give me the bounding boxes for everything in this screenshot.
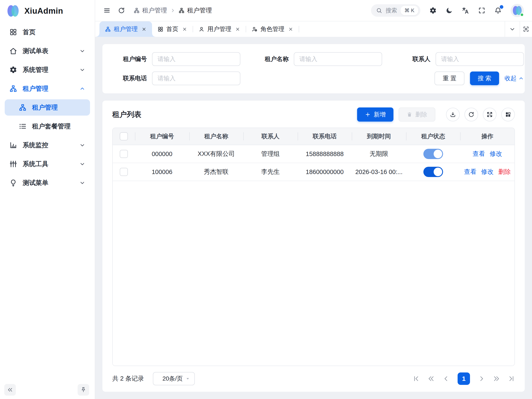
sidebar-item-test-menu[interactable]: 测试菜单 <box>5 175 90 191</box>
close-icon[interactable] <box>182 27 187 32</box>
sidebar-subitem-tenant-package[interactable]: 租户套餐管理 <box>5 118 90 134</box>
person-gear-icon <box>252 26 257 32</box>
notifications-button[interactable] <box>494 7 502 14</box>
sidebar-collapse-button[interactable] <box>4 384 16 396</box>
breadcrumb: 租户管理 租户管理 <box>134 6 212 15</box>
delete-link[interactable]: 删除 <box>498 168 511 176</box>
view-link[interactable]: 查看 <box>464 168 476 176</box>
sidebar-item-system-admin[interactable]: 系统管理 <box>5 62 90 78</box>
main-area: 租户管理 租户管理 搜索 ⌘ K <box>95 0 532 399</box>
jump-back-button[interactable] <box>428 375 435 382</box>
phone-input[interactable] <box>152 72 240 85</box>
sidebar-item-system-monitor[interactable]: 系统监控 <box>5 137 90 153</box>
breadcrumb-item-current[interactable]: 租户管理 <box>178 6 212 15</box>
content-fullscreen-button[interactable] <box>519 21 532 37</box>
fullscreen-brackets-icon <box>478 7 485 14</box>
sidebar-item-tenant-admin[interactable]: 租户管理 <box>5 80 90 97</box>
avatar[interactable] <box>511 4 524 17</box>
expand-arrows-icon <box>487 111 493 118</box>
global-search-button[interactable]: 搜索 ⌘ K <box>371 4 420 17</box>
double-chevron-right-icon <box>493 375 500 382</box>
fullscreen-button[interactable] <box>478 7 485 14</box>
reset-button[interactable]: 重 置 <box>435 72 464 85</box>
jump-forward-button[interactable] <box>493 375 500 382</box>
breadcrumb-item[interactable]: 租户管理 <box>134 6 167 15</box>
prev-page-button[interactable] <box>443 375 450 382</box>
edit-link[interactable]: 修改 <box>481 168 494 176</box>
collapse-filter-link[interactable]: 收起 <box>505 74 524 82</box>
settings-button[interactable] <box>429 7 437 14</box>
tab-role-admin[interactable]: 角色管理 <box>246 21 299 37</box>
app-window: XiuAdmin 首页 测试单表 系统管理 租户管理 <box>0 0 532 399</box>
delete-button[interactable]: 删除 <box>399 107 435 122</box>
field-label: 租户编号 <box>112 55 147 63</box>
status-toggle[interactable] <box>423 149 443 159</box>
field-label: 联系人 <box>396 55 431 63</box>
sidebar-item-home[interactable]: 首页 <box>5 24 90 40</box>
column-settings-button[interactable] <box>501 108 515 121</box>
close-icon[interactable] <box>235 27 240 32</box>
breadcrumb-label: 租户管理 <box>142 6 167 15</box>
search-button[interactable]: 搜 索 <box>470 72 499 85</box>
row-checkbox[interactable] <box>120 150 128 158</box>
field-label: 租户名称 <box>254 55 289 63</box>
add-button[interactable]: 新增 <box>357 107 393 122</box>
pin-icon <box>80 387 86 393</box>
page-size-select[interactable]: 20条/页 <box>153 372 195 385</box>
tab-list-dropdown-button[interactable] <box>505 21 519 37</box>
refresh-icon <box>118 7 125 14</box>
table-fullscreen-button[interactable] <box>483 108 496 121</box>
sidebar-pin-button[interactable] <box>78 384 89 396</box>
row-checkbox[interactable] <box>120 168 128 176</box>
refresh-page-button[interactable] <box>118 7 125 14</box>
current-page-button[interactable]: 1 <box>458 373 470 385</box>
tenant-id-input[interactable] <box>152 52 240 66</box>
sidebar-item-label: 测试单表 <box>23 47 48 55</box>
export-button[interactable] <box>446 108 460 121</box>
close-icon[interactable] <box>142 27 146 32</box>
select-all-checkbox[interactable] <box>120 132 128 140</box>
table-header-row: 租户编号 租户名称 联系人 联系电话 到期时间 租户状态 操作 <box>113 128 514 145</box>
sitemap-icon <box>134 7 140 13</box>
close-icon[interactable] <box>288 27 293 32</box>
sidebar-item-system-tools[interactable]: 系统工具 <box>5 156 90 172</box>
collapse-label: 收起 <box>505 74 517 82</box>
tab-user-admin[interactable]: 用户管理 <box>193 21 246 37</box>
cell-expire: 无期限 <box>352 150 406 158</box>
header-checkbox-cell <box>113 132 135 140</box>
contact-input[interactable] <box>436 52 524 66</box>
pagination: 1 <box>413 373 515 385</box>
reload-table-button[interactable] <box>464 108 478 121</box>
sidebar-subitem-tenant-admin[interactable]: 租户管理 <box>5 99 90 116</box>
plus-icon <box>365 111 371 118</box>
caret-down-icon <box>185 376 190 381</box>
filter-card: 租户编号 租户名称 联系人 联系电话 <box>102 44 525 93</box>
view-link[interactable]: 查看 <box>473 150 485 158</box>
tab-tenant-admin[interactable]: 租户管理 <box>99 21 152 37</box>
next-page-button[interactable] <box>478 375 485 382</box>
tab-label: 租户管理 <box>114 25 138 33</box>
app-title: XiuAdmin <box>24 7 63 16</box>
first-page-icon <box>413 375 419 382</box>
menu-toggle-button[interactable] <box>103 7 111 14</box>
trash-icon <box>407 112 412 117</box>
first-page-button[interactable] <box>413 375 419 382</box>
tenant-table: 租户编号 租户名称 联系人 联系电话 到期时间 租户状态 操作 000000 X… <box>112 128 515 366</box>
grid-icon <box>158 26 163 32</box>
delete-button-label: 删除 <box>415 111 427 118</box>
cell-phone: 15888888888 <box>298 150 352 157</box>
sidebar-item-label: 租户管理 <box>23 84 48 93</box>
lightbulb-icon <box>9 179 17 187</box>
tenant-name-input[interactable] <box>294 52 382 66</box>
table-row: 000000 XXX有限公司 管理组 15888888888 无期限 查看 修改 <box>113 145 514 163</box>
dark-mode-toggle[interactable] <box>446 7 453 14</box>
cell-contact: 李先生 <box>243 168 298 176</box>
search-shortcut-badge: ⌘ K <box>400 6 418 15</box>
edit-link[interactable]: 修改 <box>490 150 502 158</box>
last-page-button[interactable] <box>508 375 515 382</box>
sidebar-item-test-form[interactable]: 测试单表 <box>5 43 90 59</box>
tab-home[interactable]: 首页 <box>152 21 193 37</box>
language-switch-button[interactable] <box>462 7 469 14</box>
home-icon <box>9 47 17 55</box>
status-toggle[interactable] <box>423 167 443 177</box>
